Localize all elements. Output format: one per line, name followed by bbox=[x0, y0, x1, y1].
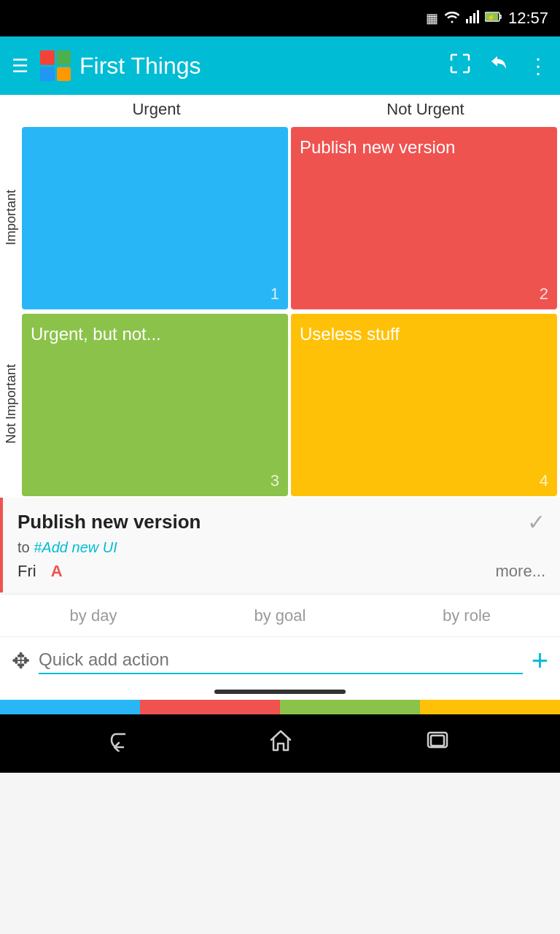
logo-cell-red bbox=[40, 50, 55, 65]
tab-by-day[interactable]: by day bbox=[0, 598, 187, 634]
color-bar-red bbox=[140, 700, 280, 714]
cell-urgent-not-important[interactable]: Urgent, but not... 3 bbox=[22, 314, 288, 496]
cell-2-text: Publish new version bbox=[300, 136, 455, 158]
recents-button[interactable] bbox=[425, 730, 450, 757]
logo-cell-blue bbox=[40, 67, 55, 82]
app-bar-actions: ⋮ bbox=[449, 53, 548, 80]
svg-text:⚡: ⚡ bbox=[487, 13, 496, 22]
task-more-button[interactable]: more... bbox=[496, 562, 545, 581]
move-icon[interactable]: ✥ bbox=[12, 648, 30, 674]
task-sub-label: to bbox=[18, 539, 30, 555]
svg-rect-0 bbox=[466, 19, 468, 23]
cell-3-text: Urgent, but not... bbox=[31, 323, 161, 345]
matrix-cells-row1: 1 Publish new version 2 bbox=[22, 124, 560, 311]
tab-by-goal[interactable]: by goal bbox=[187, 598, 373, 634]
app-bar: ☰ First Things ⋮ bbox=[0, 36, 560, 95]
matrix-row-important: Important 1 Publish new version 2 bbox=[0, 124, 560, 311]
barcode-icon: ▦ bbox=[426, 10, 438, 26]
scroll-indicator bbox=[214, 690, 346, 694]
color-bar-orange bbox=[420, 700, 560, 714]
cell-2-number: 2 bbox=[540, 285, 548, 304]
svg-rect-8 bbox=[431, 736, 444, 746]
nav-bar bbox=[0, 714, 560, 773]
matrix-col-labels: Urgent Not Urgent bbox=[0, 95, 560, 124]
col-label-not-urgent: Not Urgent bbox=[291, 100, 560, 119]
bottom-tabs: by day by goal by role bbox=[0, 594, 560, 636]
task-item[interactable]: Publish new version ✓ to #Add new UI Fri… bbox=[0, 498, 560, 593]
back-button[interactable] bbox=[110, 730, 136, 757]
tab-by-role[interactable]: by role bbox=[373, 598, 560, 634]
more-button[interactable]: ⋮ bbox=[528, 54, 548, 78]
task-sub-link[interactable]: #Add new UI bbox=[34, 539, 117, 555]
task-title: Publish new version bbox=[18, 511, 201, 533]
row-label-not-important: Not Important bbox=[0, 311, 22, 498]
cell-4-number: 4 bbox=[540, 471, 548, 490]
undo-button[interactable] bbox=[489, 53, 510, 79]
expand-button[interactable] bbox=[449, 53, 471, 80]
color-bar bbox=[0, 700, 560, 714]
status-time: 12:57 bbox=[508, 9, 548, 28]
logo-cell-green bbox=[57, 50, 71, 65]
quick-add-row: ✥ + bbox=[0, 636, 560, 684]
col-label-urgent: Urgent bbox=[22, 100, 291, 119]
cell-3-number: 3 bbox=[271, 471, 279, 490]
cell-not-urgent-important[interactable]: Publish new version 2 bbox=[291, 127, 557, 309]
color-bar-blue bbox=[0, 700, 140, 714]
logo-cell-orange bbox=[57, 67, 71, 82]
app-title: First Things bbox=[79, 53, 449, 80]
task-meta-row: Fri A bbox=[18, 562, 545, 581]
task-title-row: Publish new version ✓ bbox=[18, 509, 545, 535]
app-logo bbox=[40, 50, 71, 81]
wifi-icon bbox=[444, 10, 460, 27]
color-bar-green bbox=[280, 700, 420, 714]
status-bar: ▦ ⚡ 12:57 bbox=[0, 0, 560, 36]
svg-rect-2 bbox=[473, 13, 475, 23]
battery-icon: ⚡ bbox=[485, 11, 502, 26]
row-label-important: Important bbox=[0, 124, 22, 311]
task-check-button[interactable]: ✓ bbox=[527, 509, 545, 535]
task-priority: A bbox=[51, 562, 63, 581]
cell-urgent-important[interactable]: 1 bbox=[22, 127, 288, 309]
home-button[interactable] bbox=[268, 728, 293, 759]
status-icons: ▦ ⚡ 12:57 bbox=[426, 9, 548, 28]
svg-rect-1 bbox=[470, 16, 472, 23]
matrix-row-not-important: Not Important Urgent, but not... 3 Usele… bbox=[0, 311, 560, 498]
matrix-cells-row2: Urgent, but not... 3 Useless stuff 4 bbox=[22, 311, 560, 498]
cell-4-text: Useless stuff bbox=[300, 323, 400, 345]
matrix-container: Urgent Not Urgent Important 1 Publish ne… bbox=[0, 95, 560, 498]
cell-not-urgent-not-important[interactable]: Useless stuff 4 bbox=[291, 314, 557, 496]
quick-add-input[interactable] bbox=[39, 647, 523, 674]
task-subtitle: to #Add new UI bbox=[18, 539, 545, 556]
menu-button[interactable]: ☰ bbox=[12, 55, 28, 77]
task-day: Fri bbox=[18, 562, 36, 581]
cell-1-number: 1 bbox=[271, 285, 279, 304]
svg-rect-3 bbox=[477, 10, 479, 23]
add-action-button[interactable]: + bbox=[532, 646, 548, 675]
signal-icon bbox=[466, 10, 479, 27]
